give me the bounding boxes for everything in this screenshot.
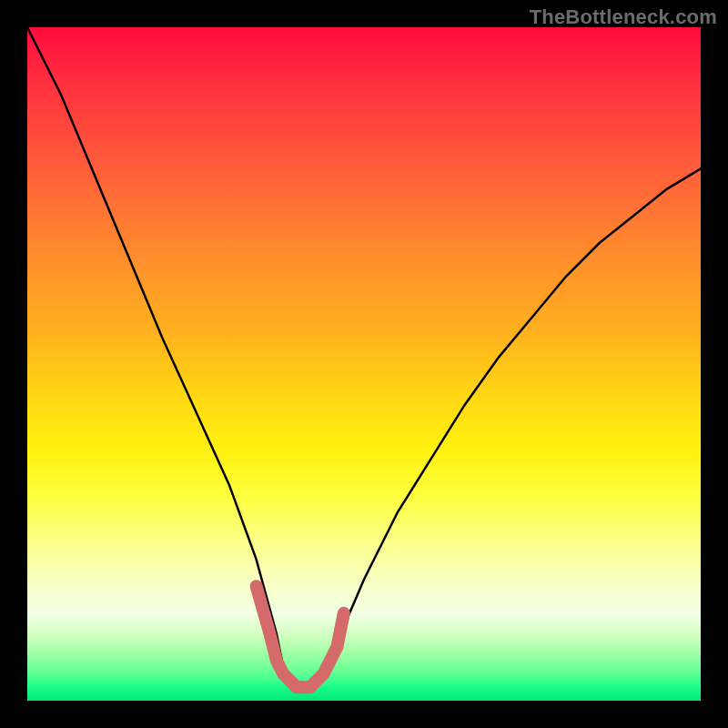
- watermark-text: TheBottleneck.com: [530, 5, 717, 29]
- chart-frame: TheBottleneck.com: [0, 0, 728, 728]
- chart-plot-area: [27, 27, 701, 701]
- chart-gradient-background: [27, 27, 701, 701]
